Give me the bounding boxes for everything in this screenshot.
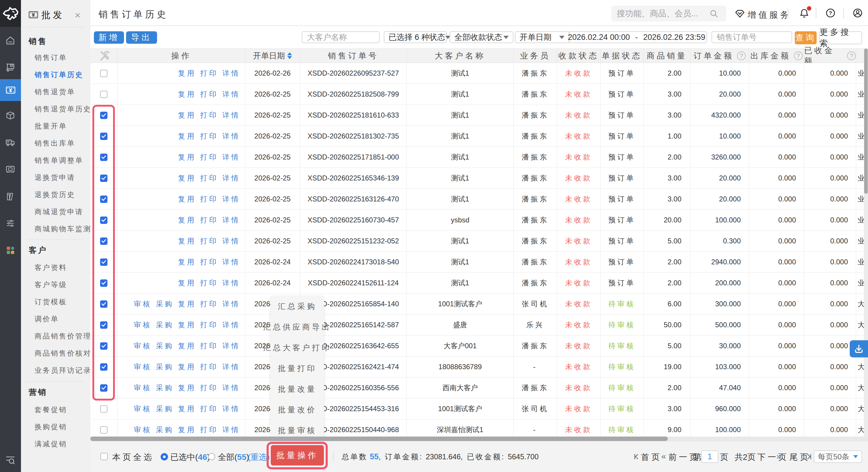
svg-text:?: ?	[829, 10, 832, 16]
